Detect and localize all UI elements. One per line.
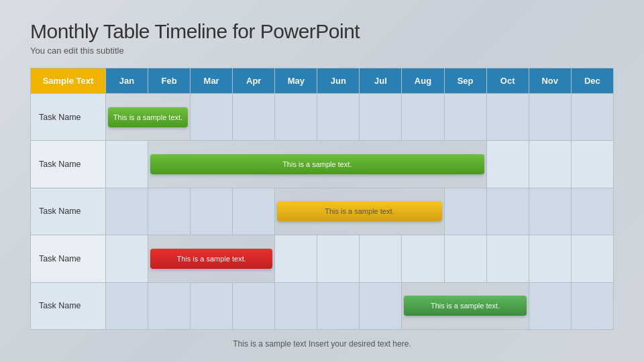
table-row: Task NameThis is a sample text. xyxy=(31,282,614,329)
footer-text: This is a sample text Insert your desire… xyxy=(30,339,614,349)
table-row: Task NameThis is a sample text. xyxy=(31,141,614,188)
task-empty-cell-1-1 xyxy=(105,141,148,188)
header-jan: Jan xyxy=(105,68,148,94)
task-empty-cell-0-3 xyxy=(191,94,233,141)
task-empty-cell-1-11 xyxy=(529,141,571,188)
task-empty-cell-4-1 xyxy=(105,282,148,329)
header-sep: Sep xyxy=(444,68,486,94)
task-empty-cell-4-4 xyxy=(233,282,275,329)
task-empty-cell-0-10 xyxy=(486,94,529,141)
page-title: Monthly Table Timeline for PowerPoint xyxy=(30,20,614,43)
task-empty-cell-3-10 xyxy=(486,235,529,282)
task-empty-cell-4-5 xyxy=(275,282,317,329)
task-bar-4: This is a sample text. xyxy=(404,296,526,316)
task-empty-cell-4-11 xyxy=(529,282,571,329)
task-bar-cell-4: This is a sample text. xyxy=(402,282,529,329)
header-dec: Dec xyxy=(571,68,613,94)
task-empty-cell-3-11 xyxy=(529,235,571,282)
task-empty-cell-3-5 xyxy=(275,235,317,282)
task-bar-3: This is a sample text. xyxy=(150,249,272,269)
header-sample-text: Sample Text xyxy=(31,68,106,94)
task-label-1: Task Name xyxy=(31,141,106,188)
task-label-2: Task Name xyxy=(31,188,106,235)
task-empty-cell-0-9 xyxy=(444,94,486,141)
task-empty-cell-2-10 xyxy=(486,188,529,235)
slide: Monthly Table Timeline for PowerPoint Yo… xyxy=(0,0,644,362)
header-feb: Feb xyxy=(148,68,191,94)
task-empty-cell-3-8 xyxy=(402,235,444,282)
task-empty-cell-4-6 xyxy=(317,282,360,329)
header-jun: Jun xyxy=(317,68,360,94)
page-subtitle: You can edit this subtitle xyxy=(30,46,614,56)
task-empty-cell-2-1 xyxy=(105,188,148,235)
table-header-row: Sample Text Jan Feb Mar Apr May Jun Jul … xyxy=(31,68,614,94)
task-bar-cell-2: This is a sample text. xyxy=(275,188,444,235)
header-may: May xyxy=(275,68,317,94)
task-empty-cell-0-4 xyxy=(233,94,275,141)
task-empty-cell-0-11 xyxy=(529,94,571,141)
task-label-3: Task Name xyxy=(31,235,106,282)
task-bar-1: This is a sample text. xyxy=(150,154,484,174)
task-empty-cell-4-3 xyxy=(191,282,233,329)
header-oct: Oct xyxy=(486,68,529,94)
task-bar-cell-1: This is a sample text. xyxy=(148,141,487,188)
task-bar-2: This is a sample text. xyxy=(277,201,441,221)
header-mar: Mar xyxy=(191,68,233,94)
header-aug: Aug xyxy=(402,68,444,94)
task-empty-cell-3-7 xyxy=(360,235,402,282)
task-empty-cell-4-12 xyxy=(571,282,613,329)
table-row: Task NameThis is a sample text. xyxy=(31,94,614,141)
task-empty-cell-2-9 xyxy=(444,188,486,235)
table-row: Task NameThis is a sample text. xyxy=(31,188,614,235)
task-empty-cell-3-1 xyxy=(105,235,148,282)
task-empty-cell-4-7 xyxy=(360,282,402,329)
task-empty-cell-3-6 xyxy=(317,235,360,282)
task-empty-cell-2-11 xyxy=(529,188,571,235)
header-jul: Jul xyxy=(360,68,402,94)
task-bar-cell-0: This is a sample text. xyxy=(105,94,190,141)
task-empty-cell-0-8 xyxy=(402,94,444,141)
task-empty-cell-1-10 xyxy=(486,141,529,188)
task-empty-cell-2-2 xyxy=(148,188,191,235)
task-empty-cell-0-6 xyxy=(317,94,360,141)
task-empty-cell-2-4 xyxy=(233,188,275,235)
task-label-4: Task Name xyxy=(31,282,106,329)
task-empty-cell-0-12 xyxy=(571,94,613,141)
task-empty-cell-2-12 xyxy=(571,188,613,235)
task-bar-cell-3: This is a sample text. xyxy=(148,235,275,282)
task-empty-cell-2-3 xyxy=(191,188,233,235)
table-row: Task NameThis is a sample text. xyxy=(31,235,614,282)
task-label-0: Task Name xyxy=(31,94,106,141)
task-empty-cell-0-5 xyxy=(275,94,317,141)
task-empty-cell-0-7 xyxy=(360,94,402,141)
task-empty-cell-3-9 xyxy=(444,235,486,282)
task-empty-cell-4-2 xyxy=(148,282,191,329)
task-bar-0: This is a sample text. xyxy=(108,107,188,127)
task-empty-cell-1-12 xyxy=(571,141,613,188)
header-apr: Apr xyxy=(233,68,275,94)
task-empty-cell-3-12 xyxy=(571,235,613,282)
timeline-table: Sample Text Jan Feb Mar Apr May Jun Jul … xyxy=(30,68,614,330)
header-nov: Nov xyxy=(529,68,571,94)
